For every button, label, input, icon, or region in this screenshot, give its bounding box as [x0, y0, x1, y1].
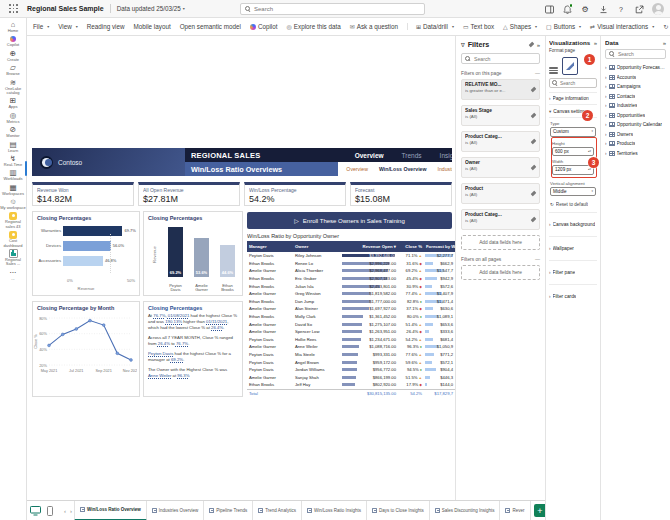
data-table-opportunities[interactable]: ›Opportunities — [605, 111, 666, 121]
closing-percentages-vbar-visual[interactable]: Closing Percentages Revenue 69.2%Peyton … — [143, 211, 243, 296]
chevron-right-icon[interactable]: › — [605, 132, 607, 137]
data-table-opportunity-forecast-[interactable]: ›Opportunity Forecast ... — [605, 63, 666, 73]
user-avatar[interactable] — [652, 3, 664, 15]
page-tab-industries-overview[interactable]: Industries Overview — [147, 501, 205, 520]
report-tab-overview[interactable]: Overview — [355, 152, 384, 159]
canvas-height-input[interactable]: 600 px ▴▾ — [552, 147, 594, 157]
table-row[interactable]: Ethan BrooksRenee Lo$2,996,228.0031.6%◆$… — [247, 260, 455, 268]
closing-percentage-by-month-visual[interactable]: Closing Percentage by Month 80%60%40%20%… — [32, 301, 140, 397]
clear-filter-eraser-icon[interactable] — [531, 87, 537, 93]
spinner-icons[interactable]: ▴▾ — [588, 150, 591, 153]
table-row[interactable]: Peyton DavisRiley Johnson$3,392,646.0071… — [247, 252, 455, 260]
bar[interactable] — [63, 241, 111, 251]
column-header-manager[interactable]: Manager — [247, 244, 293, 249]
notifications-bell-icon[interactable] — [562, 4, 572, 14]
sidebar-item-metrics[interactable]: ◎Metrics — [0, 111, 26, 124]
clear-filters-eraser-icon[interactable] — [528, 42, 534, 48]
kpi-card-forecast[interactable]: Forecast$15.08M — [350, 182, 452, 206]
kpi-card-win-loss-percentage[interactable]: Win/Loss Percentage54.2% — [244, 182, 346, 206]
sidebar-item-monitor[interactable]: ⊘Monitor — [0, 125, 26, 138]
side-panel-icon[interactable] — [544, 4, 554, 14]
data-search-input[interactable]: Search — [605, 49, 666, 59]
format-section-filter-cards[interactable]: ›Filter cards — [549, 284, 597, 308]
bar-ethan-brooks[interactable]: 44.6% — [220, 245, 235, 277]
table-row[interactable]: Ethan BrooksJeff Hay$802,920.0017.9%◆$14… — [247, 381, 455, 389]
sidebar-item-create[interactable]: ⊕Create — [0, 49, 26, 62]
sidebar-item-regional-sales-[interactable]: Regional Sales ... — [0, 249, 26, 267]
column-header-close[interactable]: Close % — [398, 244, 424, 249]
mobile-view-icon[interactable] — [47, 506, 53, 516]
column-header-owner[interactable]: Owner — [293, 244, 341, 249]
spinner-icons[interactable]: ▴▾ — [588, 168, 591, 171]
add-data-fields-dropzone[interactable]: Add data fields here — [461, 235, 540, 250]
kpi-card-all-open-revenue[interactable]: All Open Revenue$27.81M — [138, 182, 240, 206]
canvas-width-input[interactable]: 1209 px ▴▾ — [552, 165, 594, 175]
filter-card-product-categ-[interactable]: Product Categ...is (All) — [461, 131, 540, 152]
bar-amelie-garner[interactable]: 53.6% — [194, 238, 209, 277]
app-launcher-icon[interactable] — [9, 4, 18, 13]
filter-card-product-categ-[interactable]: Product Categ...is (All) — [461, 209, 540, 230]
chevron-right-icon[interactable]: › — [605, 141, 607, 146]
sidebar-item--[interactable]: ⋯... — [0, 268, 26, 281]
table-row[interactable]: Amelie GarnerDavid So$1,275,107.0051.4%▲… — [247, 320, 455, 328]
clear-filter-eraser-icon[interactable] — [531, 139, 537, 145]
page-information-section[interactable]: › Page information — [549, 92, 597, 105]
collapse-pane-icon[interactable]: » — [594, 40, 597, 46]
menu-item-explore-this-data[interactable]: ◎Explore this data — [287, 23, 341, 30]
next-page-arrow[interactable]: › — [70, 508, 72, 514]
collapse-pane-icon[interactable]: » — [537, 42, 540, 48]
new-page-button[interactable]: + — [534, 504, 546, 517]
bar[interactable] — [63, 256, 103, 266]
clear-filter-eraser-icon[interactable] — [531, 165, 537, 171]
share-icon[interactable] — [634, 4, 644, 14]
sidebar-item-workspaces[interactable]: ▦Workspaces — [0, 183, 26, 196]
enroll-owners-button[interactable]: ▷ Enroll These Owners in Sales Training — [247, 212, 452, 229]
menu-item-open-semantic-model[interactable]: Open semantic model — [180, 23, 241, 30]
table-row[interactable]: Peyton DavisHollie Rees$1,234,671.0054.2… — [247, 336, 455, 344]
chevron-right-icon[interactable]: › — [605, 151, 607, 156]
filter-card-sales-stage[interactable]: Sales Stageis (All) — [461, 105, 540, 126]
add-data-fields-dropzone[interactable]: Add data fields here — [461, 265, 540, 280]
table-row[interactable]: Ethan BrooksMolly Clark$1,361,452.0080.0… — [247, 313, 455, 321]
filter-card-product[interactable]: Productis (All) — [461, 183, 540, 204]
column-header-fc[interactable]: Forecast by Win/Loss — [424, 244, 455, 249]
format-page-icon[interactable] — [562, 57, 578, 75]
report-tab-trends[interactable]: Trends — [402, 152, 422, 159]
page-tab-days-to-close-insights[interactable]: Days to Close Insights — [367, 501, 430, 520]
table-row[interactable]: Peyton DavisMia Steele$993,331.0077.6%▲$… — [247, 351, 455, 359]
menu-item-visual-interactions[interactable]: ⇄Visual interactions▾ — [590, 23, 654, 30]
web-view-icon[interactable] — [30, 506, 41, 516]
canvas-type-select[interactable]: Custom ▾ — [550, 127, 596, 137]
vertical-alignment-select[interactable]: Middle ▾ — [550, 187, 596, 197]
menu-item-text-box[interactable]: ▭Text box — [463, 23, 494, 30]
page-tab-trend-analytics[interactable]: Trend Analytics — [253, 501, 302, 520]
chevron-down-icon[interactable]: ▾ — [183, 6, 185, 11]
page-tab-sales-discounting-insights[interactable]: Sales Discounting Insights — [430, 501, 501, 520]
data-table-territories[interactable]: ›Territories — [605, 149, 666, 159]
format-section-filter-pane[interactable]: ›Filter pane — [549, 260, 597, 284]
table-row[interactable]: Peyton DavisJordan Williams$956,772.0094… — [247, 366, 455, 374]
data-table-products[interactable]: ›Products — [605, 139, 666, 149]
settings-gear-icon[interactable]: ⚙ — [580, 4, 590, 14]
format-search-input[interactable]: Search — [549, 78, 597, 88]
global-search-input[interactable]: Search — [240, 3, 425, 15]
format-section-wallpaper[interactable]: ›Wallpaper — [549, 236, 597, 260]
data-table-accounts[interactable]: ›Accounts — [605, 73, 666, 83]
build-visual-icon[interactable] — [549, 66, 558, 75]
page-tab-win-loss-ratio-overview[interactable]: Win/Loss Ratio Overview — [74, 501, 147, 520]
menu-item-refresh[interactable]: ↻Refresh — [663, 23, 670, 30]
chevron-right-icon[interactable]: › — [605, 122, 607, 127]
menu-item-shapes[interactable]: △Shapes▾ — [503, 23, 537, 30]
menu-item-buttons[interactable]: ▢Buttons▾ — [546, 23, 581, 30]
filter-card-owner[interactable]: Owneris (All) — [461, 157, 540, 178]
sidebar-item-workloads[interactable]: ▥Workloads — [0, 168, 26, 181]
chevron-right-icon[interactable]: › — [605, 84, 607, 89]
table-row[interactable]: Amelie GarnerSanjay Shah$866,199.0051.5%… — [247, 374, 455, 382]
data-table-contacts[interactable]: ›Contacts — [605, 92, 666, 102]
closing-percentages-hbar-visual[interactable]: Closing Percentages Warranties69.7%Devic… — [32, 211, 140, 296]
page-tab-rever[interactable]: Rever — [500, 501, 530, 520]
menu-item-reading-view[interactable]: Reading view — [87, 23, 125, 30]
menu-item-mobile-layout[interactable]: Mobile layout — [134, 23, 171, 30]
clear-filter-eraser-icon[interactable] — [531, 217, 537, 223]
filters-search-input[interactable]: Search — [461, 53, 540, 64]
